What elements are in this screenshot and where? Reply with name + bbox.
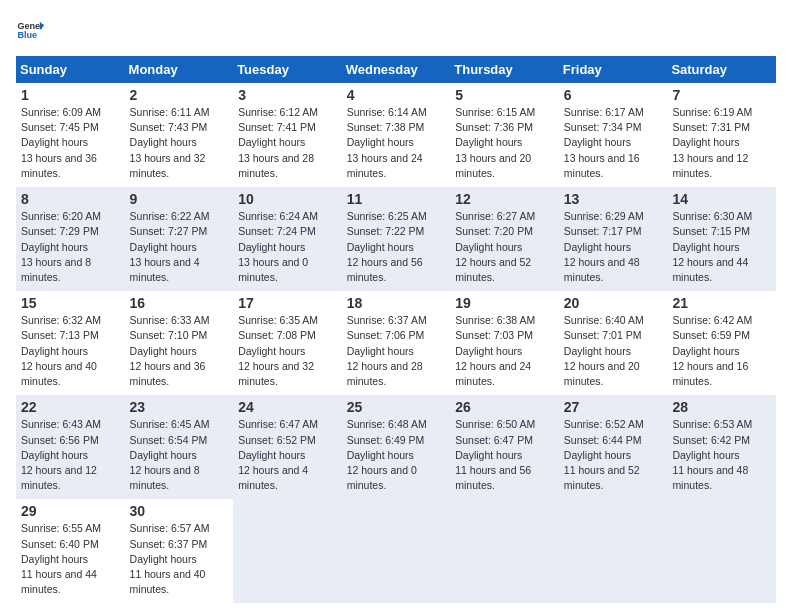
day-number: 17 <box>238 295 337 311</box>
day-info: Sunrise: 6:20 AMSunset: 7:29 PMDaylight … <box>21 209 120 285</box>
calendar-week-row: 8Sunrise: 6:20 AMSunset: 7:29 PMDaylight… <box>16 187 776 291</box>
day-info: Sunrise: 6:11 AMSunset: 7:43 PMDaylight … <box>130 105 229 181</box>
calendar-cell: 23Sunrise: 6:45 AMSunset: 6:54 PMDayligh… <box>125 395 234 499</box>
weekday-header-friday: Friday <box>559 56 668 83</box>
calendar-cell: 9Sunrise: 6:22 AMSunset: 7:27 PMDaylight… <box>125 187 234 291</box>
calendar-cell <box>450 499 559 603</box>
day-number: 24 <box>238 399 337 415</box>
calendar-week-row: 22Sunrise: 6:43 AMSunset: 6:56 PMDayligh… <box>16 395 776 499</box>
day-info: Sunrise: 6:25 AMSunset: 7:22 PMDaylight … <box>347 209 446 285</box>
day-info: Sunrise: 6:33 AMSunset: 7:10 PMDaylight … <box>130 313 229 389</box>
page-header: General Blue <box>16 16 776 44</box>
day-number: 21 <box>672 295 771 311</box>
day-number: 14 <box>672 191 771 207</box>
weekday-header-tuesday: Tuesday <box>233 56 342 83</box>
day-number: 16 <box>130 295 229 311</box>
day-number: 9 <box>130 191 229 207</box>
day-info: Sunrise: 6:48 AMSunset: 6:49 PMDaylight … <box>347 417 446 493</box>
day-info: Sunrise: 6:17 AMSunset: 7:34 PMDaylight … <box>564 105 663 181</box>
day-info: Sunrise: 6:57 AMSunset: 6:37 PMDaylight … <box>130 521 229 597</box>
calendar-cell: 28Sunrise: 6:53 AMSunset: 6:42 PMDayligh… <box>667 395 776 499</box>
calendar-cell: 11Sunrise: 6:25 AMSunset: 7:22 PMDayligh… <box>342 187 451 291</box>
day-number: 29 <box>21 503 120 519</box>
day-info: Sunrise: 6:14 AMSunset: 7:38 PMDaylight … <box>347 105 446 181</box>
calendar-cell: 24Sunrise: 6:47 AMSunset: 6:52 PMDayligh… <box>233 395 342 499</box>
day-number: 26 <box>455 399 554 415</box>
day-info: Sunrise: 6:24 AMSunset: 7:24 PMDaylight … <box>238 209 337 285</box>
calendar-week-row: 1Sunrise: 6:09 AMSunset: 7:45 PMDaylight… <box>16 83 776 187</box>
calendar-cell: 10Sunrise: 6:24 AMSunset: 7:24 PMDayligh… <box>233 187 342 291</box>
calendar-cell: 2Sunrise: 6:11 AMSunset: 7:43 PMDaylight… <box>125 83 234 187</box>
calendar-week-row: 15Sunrise: 6:32 AMSunset: 7:13 PMDayligh… <box>16 291 776 395</box>
calendar-cell: 1Sunrise: 6:09 AMSunset: 7:45 PMDaylight… <box>16 83 125 187</box>
day-info: Sunrise: 6:22 AMSunset: 7:27 PMDaylight … <box>130 209 229 285</box>
logo: General Blue <box>16 16 44 44</box>
weekday-header-monday: Monday <box>125 56 234 83</box>
calendar-cell <box>667 499 776 603</box>
day-info: Sunrise: 6:12 AMSunset: 7:41 PMDaylight … <box>238 105 337 181</box>
day-number: 30 <box>130 503 229 519</box>
calendar-cell: 14Sunrise: 6:30 AMSunset: 7:15 PMDayligh… <box>667 187 776 291</box>
calendar-cell: 22Sunrise: 6:43 AMSunset: 6:56 PMDayligh… <box>16 395 125 499</box>
calendar-cell: 17Sunrise: 6:35 AMSunset: 7:08 PMDayligh… <box>233 291 342 395</box>
day-info: Sunrise: 6:09 AMSunset: 7:45 PMDaylight … <box>21 105 120 181</box>
calendar-table: SundayMondayTuesdayWednesdayThursdayFrid… <box>16 56 776 603</box>
day-info: Sunrise: 6:27 AMSunset: 7:20 PMDaylight … <box>455 209 554 285</box>
day-number: 11 <box>347 191 446 207</box>
day-number: 10 <box>238 191 337 207</box>
day-info: Sunrise: 6:52 AMSunset: 6:44 PMDaylight … <box>564 417 663 493</box>
day-info: Sunrise: 6:29 AMSunset: 7:17 PMDaylight … <box>564 209 663 285</box>
day-info: Sunrise: 6:32 AMSunset: 7:13 PMDaylight … <box>21 313 120 389</box>
calendar-cell: 3Sunrise: 6:12 AMSunset: 7:41 PMDaylight… <box>233 83 342 187</box>
weekday-header-wednesday: Wednesday <box>342 56 451 83</box>
day-info: Sunrise: 6:47 AMSunset: 6:52 PMDaylight … <box>238 417 337 493</box>
calendar-cell: 5Sunrise: 6:15 AMSunset: 7:36 PMDaylight… <box>450 83 559 187</box>
day-info: Sunrise: 6:53 AMSunset: 6:42 PMDaylight … <box>672 417 771 493</box>
calendar-cell: 20Sunrise: 6:40 AMSunset: 7:01 PMDayligh… <box>559 291 668 395</box>
day-number: 3 <box>238 87 337 103</box>
day-info: Sunrise: 6:40 AMSunset: 7:01 PMDaylight … <box>564 313 663 389</box>
calendar-cell: 4Sunrise: 6:14 AMSunset: 7:38 PMDaylight… <box>342 83 451 187</box>
calendar-cell: 27Sunrise: 6:52 AMSunset: 6:44 PMDayligh… <box>559 395 668 499</box>
calendar-cell <box>233 499 342 603</box>
day-number: 15 <box>21 295 120 311</box>
day-info: Sunrise: 6:37 AMSunset: 7:06 PMDaylight … <box>347 313 446 389</box>
calendar-cell: 21Sunrise: 6:42 AMSunset: 6:59 PMDayligh… <box>667 291 776 395</box>
day-number: 1 <box>21 87 120 103</box>
day-number: 25 <box>347 399 446 415</box>
day-number: 27 <box>564 399 663 415</box>
day-info: Sunrise: 6:38 AMSunset: 7:03 PMDaylight … <box>455 313 554 389</box>
calendar-cell: 6Sunrise: 6:17 AMSunset: 7:34 PMDaylight… <box>559 83 668 187</box>
calendar-cell: 29Sunrise: 6:55 AMSunset: 6:40 PMDayligh… <box>16 499 125 603</box>
day-info: Sunrise: 6:42 AMSunset: 6:59 PMDaylight … <box>672 313 771 389</box>
day-info: Sunrise: 6:45 AMSunset: 6:54 PMDaylight … <box>130 417 229 493</box>
day-info: Sunrise: 6:19 AMSunset: 7:31 PMDaylight … <box>672 105 771 181</box>
calendar-cell: 15Sunrise: 6:32 AMSunset: 7:13 PMDayligh… <box>16 291 125 395</box>
day-number: 6 <box>564 87 663 103</box>
day-number: 12 <box>455 191 554 207</box>
day-number: 22 <box>21 399 120 415</box>
calendar-cell: 26Sunrise: 6:50 AMSunset: 6:47 PMDayligh… <box>450 395 559 499</box>
calendar-cell <box>342 499 451 603</box>
calendar-cell <box>559 499 668 603</box>
day-info: Sunrise: 6:15 AMSunset: 7:36 PMDaylight … <box>455 105 554 181</box>
day-number: 23 <box>130 399 229 415</box>
day-info: Sunrise: 6:50 AMSunset: 6:47 PMDaylight … <box>455 417 554 493</box>
calendar-cell: 19Sunrise: 6:38 AMSunset: 7:03 PMDayligh… <box>450 291 559 395</box>
calendar-cell: 16Sunrise: 6:33 AMSunset: 7:10 PMDayligh… <box>125 291 234 395</box>
day-number: 13 <box>564 191 663 207</box>
day-number: 4 <box>347 87 446 103</box>
calendar-cell: 7Sunrise: 6:19 AMSunset: 7:31 PMDaylight… <box>667 83 776 187</box>
day-number: 28 <box>672 399 771 415</box>
day-info: Sunrise: 6:55 AMSunset: 6:40 PMDaylight … <box>21 521 120 597</box>
calendar-cell: 18Sunrise: 6:37 AMSunset: 7:06 PMDayligh… <box>342 291 451 395</box>
calendar-cell: 8Sunrise: 6:20 AMSunset: 7:29 PMDaylight… <box>16 187 125 291</box>
calendar-cell: 13Sunrise: 6:29 AMSunset: 7:17 PMDayligh… <box>559 187 668 291</box>
calendar-cell: 12Sunrise: 6:27 AMSunset: 7:20 PMDayligh… <box>450 187 559 291</box>
day-number: 2 <box>130 87 229 103</box>
weekday-header-thursday: Thursday <box>450 56 559 83</box>
day-number: 5 <box>455 87 554 103</box>
day-number: 20 <box>564 295 663 311</box>
weekday-header-sunday: Sunday <box>16 56 125 83</box>
day-info: Sunrise: 6:30 AMSunset: 7:15 PMDaylight … <box>672 209 771 285</box>
